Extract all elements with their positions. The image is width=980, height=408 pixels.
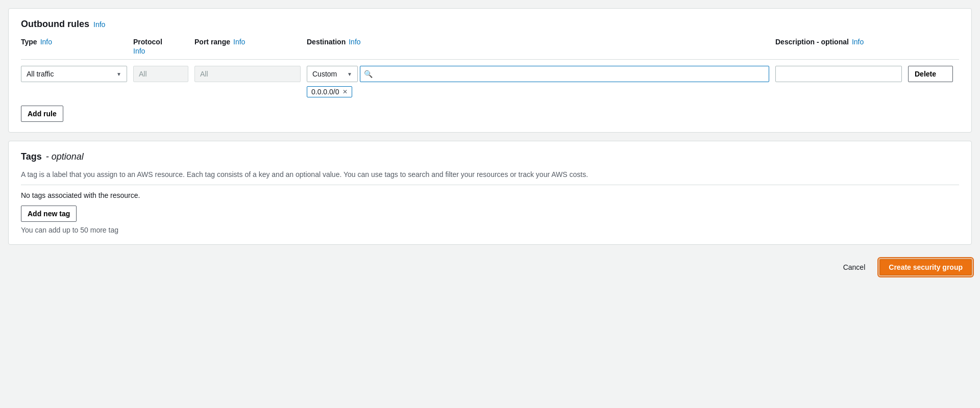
table-row: All traffic ▼ All All Custom ▼ � [21,66,959,97]
col-header-type: Type Info [21,38,133,55]
tags-card: Tags - optional A tag is a label that yo… [8,141,972,245]
destination-search-wrapper: 🔍 [360,66,769,82]
port-range-field: All [194,66,301,82]
outbound-rules-title: Outbound rules Info [21,19,959,30]
outbound-rules-card: Outbound rules Info Type Info Protocol I… [8,8,972,133]
destination-dropdown-arrow: ▼ [347,71,352,77]
type-select[interactable]: All traffic ▼ [21,66,127,82]
col-header-protocol: Protocol Info [133,38,194,55]
description-col-label: Description - optional [775,38,849,46]
create-security-group-button[interactable]: Create security group [879,259,972,275]
port-range-info-link[interactable]: Info [233,38,245,46]
outbound-title-text: Outbound rules [21,19,89,30]
tag-count-note: You can add up to 50 more tag [21,226,959,234]
destination-type-value: Custom [312,70,337,78]
type-col-label: Type [21,38,37,46]
col-header-port-range: Port range Info [194,38,307,55]
destination-tag-value: 0.0.0.0/0 [311,88,339,96]
tags-section-title: Tags - optional [21,151,959,162]
tags-divider [21,185,959,185]
col-header-destination: Destination Info [307,38,775,55]
remove-destination-tag-icon[interactable]: ✕ [342,88,348,95]
footer-actions: Cancel Create security group [8,253,972,282]
tags-optional-text: - optional [46,151,84,162]
type-select-value: All traffic [27,70,54,78]
port-range-cell: All [194,66,307,82]
delete-rule-button[interactable]: Delete [908,66,953,82]
add-new-tag-button[interactable]: Add new tag [21,206,77,222]
port-range-col-label: Port range [194,38,230,46]
destination-tag-chip: 0.0.0.0/0 ✕ [307,86,352,97]
col-header-actions [908,38,959,55]
no-tags-text: No tags associated with the resource. [21,191,959,199]
col-header-description: Description - optional Info [775,38,908,55]
destination-type-select[interactable]: Custom ▼ [307,66,358,82]
type-cell: All traffic ▼ [21,66,133,82]
destination-top-row: Custom ▼ 🔍 [307,66,769,82]
protocol-info-link[interactable]: Info [133,47,194,55]
add-rule-button[interactable]: Add rule [21,106,63,122]
search-icon: 🔍 [364,70,373,78]
description-cell [775,66,908,82]
protocol-cell: All [133,66,194,82]
protocol-col-label: Protocol [133,38,162,46]
tags-description: A tag is a label that you assign to an A… [21,170,959,178]
add-rule-wrapper: Add rule [21,106,959,122]
protocol-field: All [133,66,188,82]
destination-info-link[interactable]: Info [349,38,360,46]
type-info-link[interactable]: Info [40,38,52,46]
description-input[interactable] [775,66,902,82]
description-info-link[interactable]: Info [852,38,864,46]
destination-cell: Custom ▼ 🔍 0.0.0.0/0 ✕ [307,66,775,97]
delete-cell: Delete [908,66,959,82]
tags-title-text: Tags [21,151,42,162]
destination-search-input[interactable] [360,66,769,82]
destination-col-label: Destination [307,38,346,46]
cancel-button[interactable]: Cancel [837,260,872,274]
type-dropdown-arrow: ▼ [116,71,121,77]
table-header: Type Info Protocol Info Port range Info … [21,38,959,60]
outbound-info-link[interactable]: Info [93,20,105,29]
